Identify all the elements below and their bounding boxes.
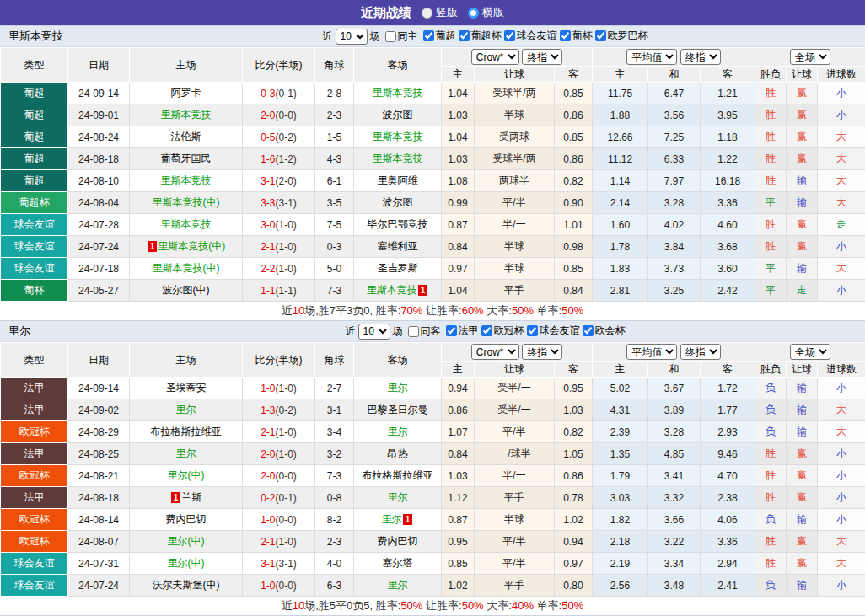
- col-odds-home: 主: [442, 362, 475, 378]
- recent-count-select[interactable]: 10: [358, 324, 390, 340]
- league-checkbox-input[interactable]: [583, 325, 594, 336]
- home-team-cell: 里斯本竞技: [130, 214, 243, 236]
- league-checkbox-input[interactable]: [527, 325, 538, 336]
- col-handicap-result: 让球: [787, 362, 818, 378]
- home-team-cell: 里尔: [130, 399, 243, 421]
- result-cell: 胜: [755, 465, 787, 487]
- league-checkbox[interactable]: 球会友谊: [524, 324, 580, 338]
- odds-away-cell: 0.80: [555, 575, 593, 597]
- league-checkbox[interactable]: 葡杯: [557, 29, 593, 43]
- home-team-cell: 阿罗卡: [130, 83, 243, 104]
- bookmaker-select[interactable]: Crow*: [471, 344, 519, 360]
- match-date: 24-09-02: [68, 399, 130, 421]
- halftime-score: (1-0): [276, 383, 297, 394]
- odds-handicap-cell: 半球: [475, 104, 555, 126]
- same-venue-checkbox-input[interactable]: [385, 31, 396, 42]
- result-cell: 负: [755, 399, 787, 421]
- league-checkbox[interactable]: 欧会杯: [580, 324, 626, 338]
- opponent-team-name: 圣吉罗斯: [378, 262, 418, 274]
- avg-home-cell: 2.81: [593, 280, 648, 302]
- match-type-badge: 欧冠杯: [1, 531, 68, 553]
- final-index-select[interactable]: 终指: [522, 49, 562, 65]
- avg-draw-cell: 3.34: [648, 553, 701, 575]
- vertical-layout-radio[interactable]: 竖版: [422, 5, 458, 20]
- league-checkbox-input[interactable]: [481, 325, 492, 336]
- league-label: 球会友谊: [540, 324, 580, 338]
- league-checkbox[interactable]: 葡超: [421, 29, 456, 43]
- opponent-team-name: 费内巴切: [378, 535, 418, 547]
- league-checkbox-input[interactable]: [595, 30, 606, 41]
- match-date: 24-08-10: [68, 170, 130, 192]
- league-checkbox[interactable]: 欧冠杯: [479, 324, 524, 338]
- score-cell: 2-0(1-0): [243, 443, 315, 465]
- same-venue-checkbox-input[interactable]: [408, 326, 419, 337]
- focus-team-name: 里尔: [382, 513, 402, 525]
- horizontal-layout-radio[interactable]: 横版: [468, 5, 504, 20]
- focus-team-name: 里斯本竞技: [161, 174, 212, 186]
- avg-draw-cell: 3.22: [648, 531, 701, 553]
- average-select[interactable]: 平均值: [626, 49, 677, 65]
- home-team-cell: 法伦斯: [130, 126, 243, 148]
- odds-away-cell: 0.90: [555, 192, 593, 214]
- odds-away-cell: 0.97: [555, 553, 593, 575]
- col-odds-handicap: 让球: [475, 67, 555, 83]
- league-checkbox[interactable]: 欧罗巴杯: [593, 29, 648, 43]
- final-index-select[interactable]: 终指: [522, 344, 562, 360]
- same-venue-checkbox[interactable]: 同主: [383, 29, 418, 44]
- handicap-result-cell: 输: [787, 378, 818, 399]
- focus-team-name: 里尔(中): [168, 557, 205, 569]
- opponent-team-name: 波尔图: [383, 196, 413, 208]
- home-team-cell: 圣埃蒂安: [130, 378, 243, 399]
- opponent-team-name: 塞尔塔: [383, 557, 413, 569]
- match-row: 欧冠杯24-08-14费内巴切1-0(0-0)8-2里尔10.87半球1.021…: [1, 509, 865, 531]
- league-checkbox-input[interactable]: [560, 30, 571, 41]
- summary-segment: 10: [293, 599, 304, 612]
- avg-away-cell: 1.22: [701, 148, 755, 170]
- match-date: 24-08-07: [68, 531, 130, 553]
- recent-count-select[interactable]: 10: [336, 29, 368, 45]
- league-checkbox-input[interactable]: [504, 30, 515, 41]
- home-team-cell: 里斯本竞技: [130, 104, 243, 126]
- red-card-badge: 1: [403, 514, 413, 525]
- league-checkbox[interactable]: 球会友谊: [502, 29, 557, 43]
- match-date: 24-09-01: [68, 104, 130, 126]
- opponent-team-name: 圣埃蒂安: [166, 382, 207, 394]
- fulltime-score: 3-1: [261, 175, 275, 187]
- avg-away-cell: 3.68: [701, 236, 755, 258]
- avg-home-cell: 4.31: [593, 399, 648, 421]
- bookmaker-select[interactable]: Crow*: [471, 49, 519, 65]
- league-checkbox[interactable]: 法甲: [443, 324, 479, 338]
- focus-team-name: 里尔: [176, 447, 196, 459]
- match-row: 球会友谊24-07-24沃尔夫斯堡(中)1-0(0-0)6-3里尔1.02平手0…: [1, 575, 865, 597]
- col-score: 比分(半场): [243, 48, 315, 83]
- summary-segment: 场,胜5平0负5, 胜率:: [304, 599, 400, 612]
- match-row: 葡超24-08-24法伦斯0-5(0-2)1-5里斯本竞技1.04受两球0.85…: [1, 126, 865, 148]
- goals-result-cell: 大: [818, 421, 865, 443]
- goals-result-cell: 小: [818, 83, 865, 104]
- league-label: 球会友谊: [517, 29, 557, 43]
- result-cell: 胜: [755, 487, 787, 509]
- fulltime-select[interactable]: 全场: [790, 344, 830, 360]
- away-team-cell: 里尔: [354, 575, 442, 597]
- league-checkbox[interactable]: 葡超杯: [456, 29, 502, 43]
- match-row: 法甲24-08-25里尔2-0(1-0)3-2昂热0.84一/球半1.051.3…: [1, 443, 865, 465]
- result-cell: 负: [755, 509, 787, 531]
- avg-final-index-select[interactable]: 终指: [680, 344, 721, 360]
- same-venue-checkbox[interactable]: 同客: [406, 324, 441, 339]
- goals-result-cell: 走: [818, 214, 865, 236]
- avg-away-cell: 2.42: [701, 280, 755, 302]
- league-label: 欧罗巴杯: [608, 29, 648, 43]
- away-team-cell: 里奥阿维: [354, 170, 442, 192]
- league-checkbox-input[interactable]: [459, 30, 470, 41]
- goals-result-cell: 小: [818, 465, 865, 487]
- section-header-bar: 里斯本竞技 近 10 场 同主 葡超葡超杯球会友谊葡杯欧罗巴杯: [0, 25, 865, 47]
- col-type: 类型: [1, 343, 68, 378]
- fulltime-select[interactable]: 全场: [790, 49, 830, 65]
- odds-handicap-cell: 平手: [475, 575, 555, 597]
- home-team-cell: 费内巴切: [130, 509, 243, 531]
- league-checkbox-input[interactable]: [423, 30, 434, 41]
- col-score: 比分(半场): [243, 343, 315, 378]
- league-checkbox-input[interactable]: [446, 325, 457, 336]
- average-select[interactable]: 平均值: [626, 344, 677, 360]
- avg-final-index-select[interactable]: 终指: [680, 49, 721, 65]
